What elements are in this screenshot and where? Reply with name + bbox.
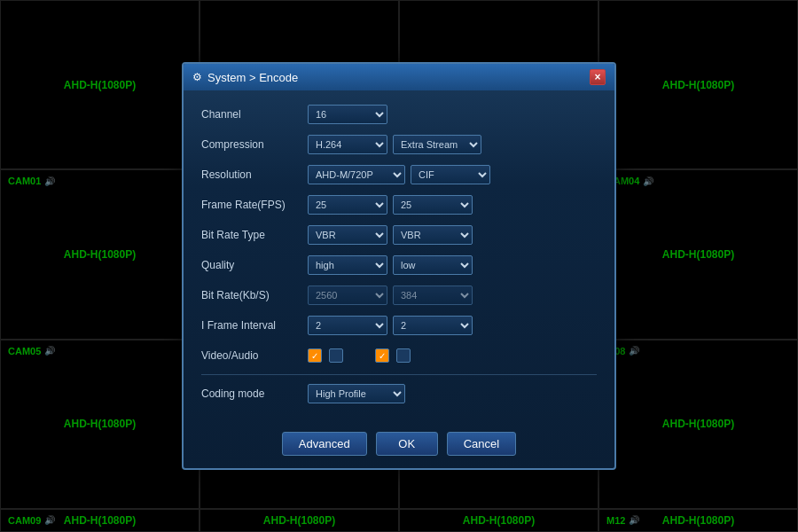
- framerate-controls: 25 30 25 30: [308, 195, 597, 215]
- quality-select-main[interactable]: lowest low medium high highest: [308, 255, 387, 275]
- video-checkbox-extra[interactable]: [375, 348, 389, 363]
- framerate-select-extra[interactable]: 25 30: [393, 195, 473, 215]
- compression-controls: H.264 H.265 Extra Stream Main Stream: [308, 135, 597, 154]
- resolution-controls: AHD-M/720P 1080P CIF D1 720P: [308, 165, 597, 184]
- resolution-select-main[interactable]: AHD-M/720P 1080P: [308, 165, 405, 184]
- quality-select-extra[interactable]: lowest low medium high highest: [393, 255, 473, 275]
- channel-row: Channel 16: [201, 103, 597, 126]
- audio-checkbox-main[interactable]: [329, 348, 343, 363]
- bitrate-controls: 2560 384: [308, 286, 597, 305]
- close-button[interactable]: ×: [590, 69, 606, 85]
- bitratetype-select-main[interactable]: VBR CBR: [308, 225, 387, 245]
- bitratetype-controls: VBR CBR VBR CBR: [308, 225, 597, 245]
- codingmode-label: Coding mode: [201, 387, 308, 400]
- advanced-button[interactable]: Advanced: [282, 432, 367, 456]
- channel-select[interactable]: 16: [308, 105, 387, 124]
- channel-label: Channel: [201, 108, 308, 121]
- compression-row: Compression H.264 H.265 Extra Stream Mai…: [201, 133, 597, 156]
- framerate-row: Frame Rate(FPS) 25 30 25 30: [201, 193, 597, 216]
- iframe-controls: 1 2 3 1 2 3: [308, 316, 597, 335]
- codingmode-select[interactable]: Baseline Main Profile High Profile: [308, 384, 405, 403]
- quality-row: Quality lowest low medium high highest l…: [201, 254, 597, 277]
- bitratetype-label: Bit Rate Type: [201, 229, 308, 241]
- iframe-row: I Frame Interval 1 2 3 1 2 3: [201, 314, 597, 337]
- framerate-select-main[interactable]: 25 30: [308, 195, 387, 215]
- codingmode-row: Coding mode Baseline Main Profile High P…: [201, 382, 597, 405]
- channel-controls: 16: [308, 105, 597, 124]
- cancel-button[interactable]: Cancel: [447, 432, 516, 456]
- bitrate-row: Bit Rate(Kb/S) 2560 384: [201, 284, 597, 307]
- ok-button[interactable]: OK: [376, 432, 438, 456]
- iframe-select-main[interactable]: 1 2 3: [308, 316, 387, 335]
- dialog-title-text: System > Encode: [207, 71, 298, 84]
- iframe-select-extra[interactable]: 1 2 3: [393, 316, 473, 335]
- modal-overlay: ⚙ System > Encode × Channel 16 Compressi…: [0, 0, 798, 532]
- encode-dialog: ⚙ System > Encode × Channel 16 Compressi…: [182, 62, 616, 470]
- framerate-label: Frame Rate(FPS): [201, 199, 308, 211]
- bitratetype-row: Bit Rate Type VBR CBR VBR CBR: [201, 223, 597, 246]
- codingmode-controls: Baseline Main Profile High Profile: [308, 384, 597, 403]
- resolution-select-extra[interactable]: CIF D1 720P: [411, 165, 490, 184]
- bitrate-select-extra: 384: [393, 286, 473, 305]
- dialog-title: ⚙ System > Encode: [192, 71, 298, 84]
- videoaudio-row: Video/Audio: [201, 344, 597, 367]
- dialog-titlebar: ⚙ System > Encode ×: [184, 64, 614, 90]
- bitrate-select-main: 2560: [308, 286, 387, 305]
- compression-select-extra[interactable]: Extra Stream Main Stream: [393, 135, 481, 154]
- dialog-buttons: Advanced OK Cancel: [184, 421, 614, 468]
- compression-label: Compression: [201, 138, 308, 151]
- dialog-content: Channel 16 Compression H.264 H.265 Extra: [184, 90, 614, 421]
- compression-select-main[interactable]: H.264 H.265: [308, 135, 387, 154]
- resolution-row: Resolution AHD-M/720P 1080P CIF D1 720P: [201, 163, 597, 186]
- video-checkbox-main[interactable]: [308, 348, 322, 363]
- settings-icon: ⚙: [192, 71, 202, 83]
- bitrate-label: Bit Rate(Kb/S): [201, 289, 308, 301]
- quality-label: Quality: [201, 259, 308, 271]
- bitratetype-select-extra[interactable]: VBR CBR: [393, 225, 473, 245]
- quality-controls: lowest low medium high highest lowest lo…: [308, 255, 597, 275]
- resolution-label: Resolution: [201, 168, 308, 181]
- form-divider: [201, 374, 597, 375]
- videoaudio-label: Video/Audio: [201, 349, 308, 362]
- audio-checkbox-extra[interactable]: [396, 348, 411, 363]
- videoaudio-controls: [308, 348, 597, 363]
- iframe-label: I Frame Interval: [201, 319, 308, 332]
